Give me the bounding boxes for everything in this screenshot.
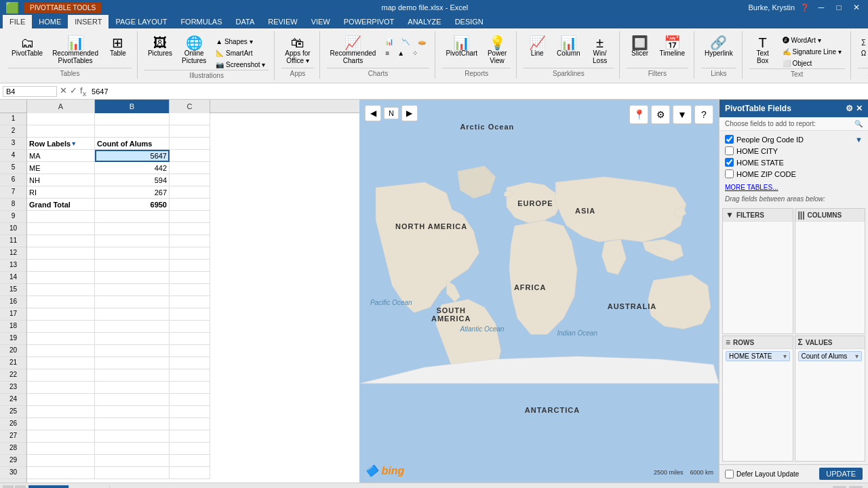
tab-powerpivot[interactable]: POWERPIVOT bbox=[337, 15, 401, 28]
line-chart-btn[interactable]: 📉 bbox=[398, 37, 413, 47]
cell-B22[interactable] bbox=[95, 369, 170, 382]
cell-C2[interactable] bbox=[170, 125, 210, 138]
defer-update-checkbox[interactable]: Defer Layout Update bbox=[725, 470, 799, 479]
cell-B13[interactable] bbox=[95, 260, 170, 272]
cell-C14[interactable] bbox=[170, 272, 210, 284]
cell-A1[interactable] bbox=[27, 113, 95, 125]
row-num-25[interactable]: 25 bbox=[0, 406, 26, 418]
cell-B20[interactable] bbox=[95, 345, 170, 357]
field-home-state[interactable]: HOME STATE bbox=[722, 157, 865, 168]
cell-A23[interactable] bbox=[27, 382, 95, 394]
maximize-button[interactable]: □ bbox=[833, 1, 845, 14]
cell-B25[interactable] bbox=[95, 406, 170, 418]
cell-C18[interactable] bbox=[170, 321, 210, 333]
recommended-pivottables-button[interactable]: 📊RecommendedPivotTables bbox=[49, 34, 102, 66]
cell-B2[interactable] bbox=[95, 125, 170, 138]
cell-A7[interactable]: RI bbox=[27, 186, 95, 199]
table-button[interactable]: ⊞Table bbox=[104, 34, 132, 59]
formula-cancel-icon[interactable]: ✕ bbox=[60, 85, 67, 98]
sheet-tab-sheet1[interactable]: Sheet1 bbox=[69, 485, 110, 489]
power-view-button[interactable]: 💡PowerView bbox=[484, 34, 511, 66]
cell-A28[interactable] bbox=[27, 443, 95, 455]
row-num-8[interactable]: 8 bbox=[0, 199, 26, 211]
cell-A16[interactable] bbox=[27, 296, 95, 308]
formula-confirm-icon[interactable]: ✓ bbox=[70, 85, 77, 98]
row-num-18[interactable]: 18 bbox=[0, 321, 26, 333]
cell-C17[interactable] bbox=[170, 308, 210, 321]
cell-A29[interactable] bbox=[27, 455, 95, 467]
map-prev-button[interactable]: ◀ bbox=[365, 105, 381, 121]
cell-B5[interactable]: 442 bbox=[95, 162, 170, 174]
cell-B3[interactable]: Count of Alums bbox=[95, 138, 170, 150]
cell-C19[interactable] bbox=[170, 333, 210, 345]
cell-B9[interactable] bbox=[95, 211, 170, 223]
col-header-c[interactable]: C bbox=[170, 100, 210, 113]
map-next-button[interactable]: ▶ bbox=[401, 105, 418, 121]
cell-B6[interactable]: 594 bbox=[95, 174, 170, 186]
field-people-org-checkbox[interactable] bbox=[725, 135, 734, 144]
row-num-20[interactable]: 20 bbox=[0, 345, 26, 357]
object-button[interactable]: ⬜ Object bbox=[779, 58, 845, 68]
tab-data[interactable]: DATA bbox=[229, 15, 262, 28]
row-num-12[interactable]: 12 bbox=[0, 247, 26, 260]
tab-view[interactable]: VIEW bbox=[304, 15, 337, 28]
cell-B14[interactable] bbox=[95, 272, 170, 284]
tab-analyze[interactable]: ANALYZE bbox=[401, 15, 448, 28]
cell-B18[interactable] bbox=[95, 321, 170, 333]
cell-reference-input[interactable] bbox=[3, 86, 57, 97]
signature-button[interactable]: ✍ Signature Line ▾ bbox=[779, 47, 845, 57]
cell-B8[interactable]: 6950 bbox=[95, 199, 170, 211]
wordart-button[interactable]: 🅐 WordArt ▾ bbox=[779, 35, 845, 45]
cell-A15[interactable] bbox=[27, 284, 95, 296]
cell-C25[interactable] bbox=[170, 406, 210, 418]
row-num-17[interactable]: 17 bbox=[0, 308, 26, 321]
formula-function-icon[interactable]: fx bbox=[80, 85, 86, 98]
columns-content[interactable] bbox=[795, 222, 865, 333]
tab-review[interactable]: REVIEW bbox=[261, 15, 304, 28]
row-num-21[interactable]: 21 bbox=[0, 357, 26, 369]
formula-input[interactable]: 5647 bbox=[89, 87, 865, 96]
cell-C24[interactable] bbox=[170, 394, 210, 406]
more-tables-link[interactable]: MORE TABLES... bbox=[719, 182, 868, 192]
row-num-26[interactable]: 26 bbox=[0, 418, 26, 430]
cell-B17[interactable] bbox=[95, 308, 170, 321]
map-filter-button[interactable]: ▼ bbox=[673, 105, 692, 124]
pictures-button[interactable]: 🖼Pictures bbox=[144, 34, 176, 59]
tab-formulas[interactable]: FORMULAS bbox=[174, 15, 229, 28]
pie-chart-btn[interactable]: 🥧 bbox=[414, 37, 429, 47]
cell-A14[interactable] bbox=[27, 272, 95, 284]
equation-button[interactable]: ∑ Equation ▾ bbox=[858, 37, 868, 47]
cell-B23[interactable] bbox=[95, 382, 170, 394]
cell-B15[interactable] bbox=[95, 284, 170, 296]
apps-for-office-button[interactable]: 🛍Apps forOffice ▾ bbox=[281, 34, 313, 66]
cell-B24[interactable] bbox=[95, 394, 170, 406]
add-sheet-button[interactable]: + bbox=[110, 484, 126, 489]
row-num-15[interactable]: 15 bbox=[0, 284, 26, 296]
close-button[interactable]: ✕ bbox=[850, 1, 863, 14]
cell-B4[interactable]: 5647 bbox=[95, 150, 170, 162]
rows-item-home-state[interactable]: HOME STATE ▾ bbox=[726, 351, 790, 361]
cell-A20[interactable] bbox=[27, 345, 95, 357]
tab-insert[interactable]: INSERT bbox=[68, 15, 108, 28]
cell-C3[interactable] bbox=[170, 138, 210, 150]
online-pictures-button[interactable]: 🌐OnlinePictures bbox=[178, 34, 210, 66]
field-home-zip[interactable]: HOME ZIP CODE bbox=[722, 168, 865, 180]
cell-A2[interactable] bbox=[27, 125, 95, 138]
pivottable-button[interactable]: 🗂PivotTable bbox=[8, 34, 46, 59]
tab-home[interactable]: HOME bbox=[32, 15, 68, 28]
map-settings-button[interactable]: ⚙ bbox=[651, 105, 670, 124]
shapes-button[interactable]: ▲ Shapes ▾ bbox=[212, 37, 269, 47]
sheet-nav-next[interactable]: ▶ bbox=[15, 485, 26, 489]
tab-file[interactable]: FILE bbox=[3, 15, 32, 28]
cell-A9[interactable] bbox=[27, 211, 95, 223]
row-num-30[interactable]: 30 bbox=[0, 467, 26, 479]
row-num-19[interactable]: 19 bbox=[0, 333, 26, 345]
map-help-button[interactable]: ? bbox=[694, 105, 713, 124]
pivot-close-button[interactable]: ✕ bbox=[856, 104, 863, 113]
col-header-a[interactable]: A bbox=[27, 100, 95, 113]
field-home-zip-checkbox[interactable] bbox=[725, 169, 734, 178]
cell-C4[interactable] bbox=[170, 150, 210, 162]
timeline-button[interactable]: 📅Timeline bbox=[656, 34, 688, 59]
screenshot-button[interactable]: 📷 Screenshot ▾ bbox=[212, 60, 269, 70]
values-item-arrow[interactable]: ▾ bbox=[855, 352, 859, 360]
